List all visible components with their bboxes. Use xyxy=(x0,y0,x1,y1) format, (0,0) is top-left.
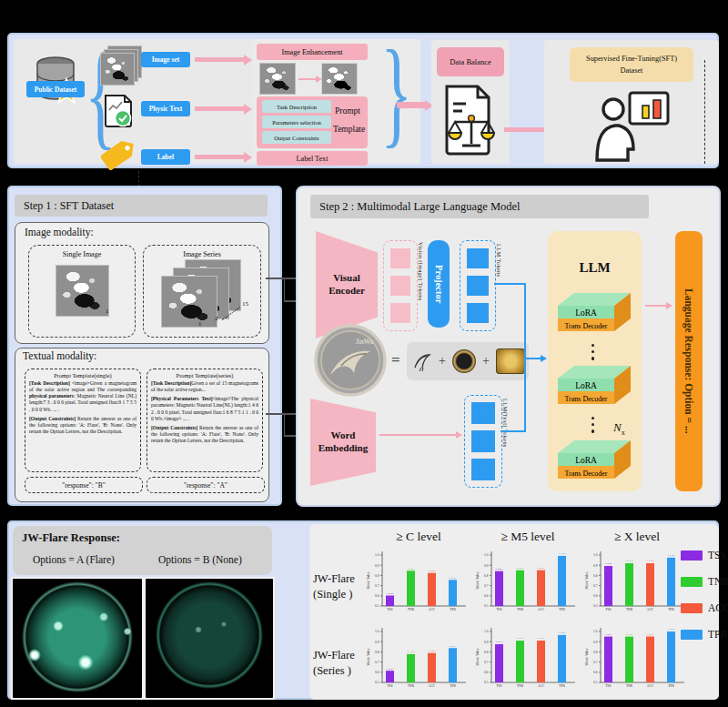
svg-text:0.9: 0.9 xyxy=(484,564,489,568)
prompt-paragraph: [Output Constraints] Return the answer a… xyxy=(151,425,258,444)
bar-TSS xyxy=(386,596,394,606)
magnetogram-after xyxy=(322,64,357,94)
step1-header: Step 1 : SFT Dataset xyxy=(15,195,268,217)
prompt-card-single: Prompt Template(single) [Task Descriptio… xyxy=(25,369,141,472)
lora-decoder-block: LoRA Trans Decoder xyxy=(556,364,632,409)
svg-text:0.5: 0.5 xyxy=(484,604,489,608)
data-balance-box: Data Balance xyxy=(437,47,504,76)
series-index-second: 2 xyxy=(215,315,218,322)
svg-text:0.7885: 0.7885 xyxy=(429,649,437,652)
svg-text:TNR: TNR xyxy=(517,684,524,688)
bar-chart-r0-c1: 0.50.60.70.80.91.0Metric Value0.8421TSS0… xyxy=(473,548,581,622)
task-description-chip: Task Description xyxy=(262,100,331,113)
connector-text-to-embedding-2 xyxy=(284,435,297,437)
svg-text:ACC: ACC xyxy=(647,684,654,688)
svg-text:LoRA: LoRA xyxy=(575,381,597,390)
series-index-last: 15 xyxy=(242,300,248,308)
lora-decoder-block: LoRA Trans Decoder xyxy=(556,291,632,337)
series-index-first: 1 xyxy=(198,320,202,328)
llm-text-tokens-box xyxy=(464,395,502,488)
svg-text:0.8371: 0.8371 xyxy=(450,644,458,648)
bar-TSS xyxy=(495,644,503,682)
svg-text:0.5: 0.5 xyxy=(375,604,379,608)
ellipsis-dots xyxy=(592,344,594,360)
vision-token xyxy=(390,248,410,268)
bar-chart-r1-c2: 0.50.60.70.80.91.0Metric Value0.9503TSS0… xyxy=(582,624,690,699)
svg-text:0.8: 0.8 xyxy=(375,574,379,578)
jw-flare-response-header: JW-Flare Response: Options = A (Flare) O… xyxy=(13,526,272,575)
figure-root: Public Dataset { Image set Physic Text L… xyxy=(0,0,728,707)
sft-title-line1: Supervised Fine-Tuning(SFT) xyxy=(586,53,677,65)
svg-text:0.8: 0.8 xyxy=(484,651,489,654)
bar-chart-r0-c0: 0.50.60.70.80.91.0Metric Value0.6025TSS0… xyxy=(364,548,471,622)
svg-text:Metric Value: Metric Value xyxy=(585,571,589,590)
bar-ACC xyxy=(646,636,654,682)
llm-tokens-label: LLM Tokens xyxy=(496,244,502,333)
legend-item-ACC: ACC xyxy=(681,602,728,613)
connector-feeder-1 xyxy=(284,278,285,301)
svg-text:1.0: 1.0 xyxy=(593,553,598,557)
projector-label: Projector xyxy=(434,265,444,303)
llm-block: LLM LoRA Trans Decoder LoRA Trans Decode… xyxy=(548,231,642,491)
prompt-paragraph: [Task Description] <image>Given a magnet… xyxy=(29,380,136,413)
svg-text:0.8751: 0.8751 xyxy=(496,640,504,643)
svg-text:0.9107: 0.9107 xyxy=(538,636,546,640)
llm-text-tokens-label: LLM(Text) Tokens xyxy=(502,399,509,490)
svg-text:Metric Value: Metric Value xyxy=(476,648,480,666)
bar-ACC xyxy=(537,571,545,606)
prompt-card-single-title: Prompt Template(single) xyxy=(29,372,136,379)
svg-text:0.7: 0.7 xyxy=(593,584,598,588)
llm-tokens-box xyxy=(460,240,496,331)
svg-text:0.9: 0.9 xyxy=(375,641,379,644)
svg-text:LoRA: LoRA xyxy=(575,456,597,465)
legend-swatch xyxy=(681,603,703,613)
bar-TPR xyxy=(449,648,457,682)
option-b-label: Options = B (None) xyxy=(158,554,242,565)
svg-text:ACC: ACC xyxy=(538,684,545,688)
sft-down-dashed-line xyxy=(704,60,705,164)
chart-row-label: JW-Flare(Series ) xyxy=(313,648,355,679)
step2-header: Step 2 : Multimodal Large Language Model xyxy=(310,195,649,218)
legend-label: TNR xyxy=(708,576,728,587)
legend-swatch xyxy=(681,550,703,561)
sft-dataset-panel: Supervised Fine-Tuning(SFT) Dataset xyxy=(544,40,719,164)
single-magnetogram xyxy=(56,266,108,316)
svg-text:Trans Decoder: Trans Decoder xyxy=(564,470,607,478)
step2-section: Step 2 : Multimodal Large Language Model… xyxy=(296,186,721,507)
single-image-group: Single Image 1 xyxy=(28,245,136,338)
svg-text:1.0: 1.0 xyxy=(484,553,489,557)
magnetogram-before xyxy=(260,64,295,94)
label-badge: Label xyxy=(141,149,190,165)
svg-text:0.6: 0.6 xyxy=(375,594,379,598)
visual-encoder-label-1: Visual xyxy=(333,272,360,285)
llm-title: LLM xyxy=(548,260,642,276)
jinwu-logo: JinWu xyxy=(314,324,387,397)
svg-text:0.6: 0.6 xyxy=(593,671,598,674)
textual-modality-title: Textual modality: xyxy=(23,350,96,361)
language-response-label: Language Response: Option = ... xyxy=(683,288,694,434)
svg-text:TSS: TSS xyxy=(387,684,392,688)
physic-text-badge: Physic Text xyxy=(141,101,190,116)
image-modality-box: Image modality: Single Image 1 Image Ser… xyxy=(15,222,269,344)
svg-text:TNR: TNR xyxy=(626,684,633,688)
parameters-selection-chip: Parameters selection xyxy=(262,116,331,128)
word-embedding-block: Word Embedding xyxy=(310,399,376,486)
svg-text:TPR: TPR xyxy=(668,608,674,611)
svg-text:0.9: 0.9 xyxy=(375,564,379,568)
connector-text-to-embedding-1 xyxy=(266,413,297,415)
bar-ACC xyxy=(428,653,436,682)
svg-text:0.8244: 0.8244 xyxy=(429,569,437,572)
ellipsis-dots xyxy=(592,417,594,433)
svg-text:0.9194: 0.9194 xyxy=(626,559,634,562)
word-embedding-label-1: Word xyxy=(331,429,356,442)
image-enhancement-box: Image Enhancement xyxy=(257,44,368,60)
image-series-group: Image Series 15 2 1 xyxy=(143,245,261,338)
check-icon xyxy=(116,111,131,126)
svg-text:0.9503: 0.9503 xyxy=(605,632,613,636)
tag-icon xyxy=(97,137,141,170)
svg-text:0.8927: 0.8927 xyxy=(605,561,613,565)
svg-text:0.9919: 0.9919 xyxy=(559,551,567,555)
training-person-icon xyxy=(592,89,672,162)
svg-text:1.0: 1.0 xyxy=(484,630,489,633)
prompt-template-panel: Image Enhancement Task Description Param… xyxy=(253,39,420,164)
